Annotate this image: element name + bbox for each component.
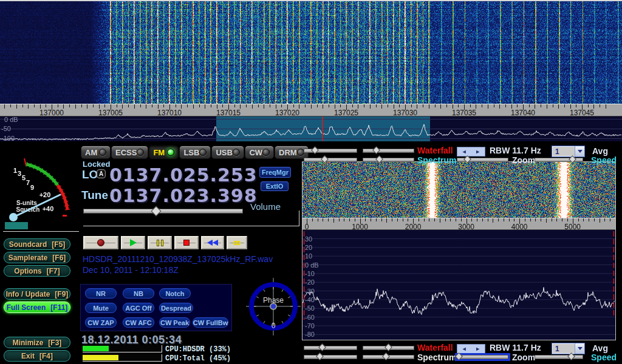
- dsp-button-cw-afc[interactable]: CW AFC: [123, 317, 154, 328]
- mode-button-am[interactable]: AM: [81, 146, 111, 159]
- frequency-tick: [69, 104, 70, 107]
- cpu-meter-label: CPU:HDSDR (33%): [165, 345, 231, 354]
- waterfall-contrast-slider-bottom[interactable]: [304, 346, 357, 350]
- s-meter: 1 3 5 7 9 +20 +40 S-units Squelch: [0, 147, 79, 227]
- waterfall-contrast-slider-bottom-thumb[interactable]: [318, 343, 326, 351]
- menu-button-samplerate[interactable]: Samplerate[F6]: [4, 252, 70, 263]
- spectrum-contrast-slider-top[interactable]: [304, 158, 357, 162]
- waterfall-scroll-arrows-top[interactable]: ◄►: [457, 147, 485, 157]
- audio-frequency-tick: [424, 218, 425, 221]
- waterfall-label-top[interactable]: Waterfall: [417, 146, 453, 155]
- dsp-button-cw-zap[interactable]: CW ZAP: [85, 317, 117, 328]
- dsp-button-cw-peak[interactable]: CW Peak: [159, 317, 190, 328]
- arrow-right-icon[interactable]: ►: [475, 149, 480, 155]
- waterfall-brightness-slider-bottom[interactable]: [363, 346, 414, 350]
- chevron-down-icon[interactable]: [575, 343, 584, 354]
- audio-frequency-tick: [429, 218, 429, 221]
- frequency-tick: [588, 104, 589, 107]
- spectrum-contrast-slider-bottom-thumb[interactable]: [316, 352, 324, 360]
- menu-button-label: Minimize: [13, 339, 44, 347]
- spectrum-brightness-slider-top-thumb[interactable]: [376, 155, 384, 163]
- audio-frequency-tick-label: 3000: [458, 223, 474, 230]
- menu-button-fkey: [F5]: [52, 240, 65, 249]
- waterfall-contrast-slider-top-thumb[interactable]: [311, 146, 319, 154]
- divider: [299, 211, 299, 226]
- squelch-marker[interactable]: [63, 215, 67, 217]
- volume-slider[interactable]: [83, 209, 243, 214]
- zoom-slider-top-thumb[interactable]: [464, 155, 472, 163]
- audio-frequency-tick: [445, 218, 446, 221]
- audio-waterfall[interactable]: [302, 162, 615, 218]
- mode-button-fm[interactable]: FM: [149, 146, 179, 159]
- dsp-button-notch[interactable]: Notch: [159, 288, 191, 298]
- dsp-button-mute[interactable]: Mute: [85, 303, 117, 313]
- menu-button-label: Info / Update: [6, 290, 50, 298]
- spectrum-brightness-slider-bottom-thumb[interactable]: [382, 352, 390, 360]
- play-button[interactable]: [121, 236, 145, 249]
- lo-auto-badge[interactable]: A: [97, 169, 106, 178]
- menu-button-soundcard[interactable]: Soundcard[F5]: [4, 238, 70, 250]
- tune-frequency-value[interactable]: 0137.023.398: [109, 185, 258, 206]
- spectrum-contrast-slider-top-thumb[interactable]: [321, 155, 329, 163]
- loop-button[interactable]: [227, 236, 247, 249]
- main-frequency-scale[interactable]: 1370001370051370101370151370201370251370…: [0, 104, 622, 116]
- dsp-button-agc-off[interactable]: AGC Off: [123, 303, 154, 313]
- freqmgr-button[interactable]: FreqMgr: [259, 167, 291, 178]
- smeter-label: 7: [26, 179, 30, 186]
- waterfall-label-bottom[interactable]: Waterfall: [417, 343, 453, 352]
- spectrum-label-top[interactable]: Spectrum: [417, 155, 457, 165]
- waterfall-contrast-slider-top[interactable]: [304, 149, 357, 153]
- spectrum-brightness-slider-bottom[interactable]: [363, 355, 414, 359]
- stop-button[interactable]: [174, 236, 199, 249]
- mode-button-ecss[interactable]: ECSS: [111, 146, 148, 159]
- menu-button-options[interactable]: Options[F7]: [4, 265, 70, 277]
- squelch-indicator[interactable]: [5, 222, 28, 229]
- audio-spectrum[interactable]: [302, 230, 615, 340]
- mode-button-lsb[interactable]: LSB: [179, 146, 211, 159]
- zoom-label-top: Zoom: [512, 155, 535, 165]
- waterfall-brightness-slider-top[interactable]: [363, 149, 414, 153]
- record-button[interactable]: [83, 236, 118, 249]
- speed-slider-top[interactable]: [535, 158, 583, 162]
- menu-button-info-update[interactable]: Info / Update[F9]: [4, 288, 70, 300]
- waterfall-scroll-arrows-bottom[interactable]: ◄►: [457, 344, 485, 354]
- dsp-button-nb[interactable]: NB: [123, 288, 154, 298]
- dsp-button-cw-fullbw[interactable]: CW FullBw: [193, 317, 228, 328]
- dsp-button-despread[interactable]: Despread: [159, 303, 193, 313]
- waterfall-brightness-slider-bottom-thumb[interactable]: [384, 343, 392, 351]
- pause-button[interactable]: [148, 236, 172, 249]
- spectrum-brightness-slider-top[interactable]: [363, 158, 414, 162]
- hdsdr-window: 1370001370051370101370151370201370251370…: [0, 0, 622, 364]
- audio-frequency-scale[interactable]: 010002000300040005000: [302, 218, 615, 230]
- arrow-right-icon[interactable]: ►: [475, 346, 480, 352]
- menu-button-minimize[interactable]: Minimize[F3]: [4, 337, 70, 348]
- main-waterfall[interactable]: [0, 1, 622, 104]
- volume-slider-thumb[interactable]: [151, 206, 162, 217]
- lo-frequency-value[interactable]: 0137.025.253: [109, 164, 258, 186]
- extio-button[interactable]: ExtIO: [261, 181, 289, 191]
- dsp-button-nr[interactable]: NR: [85, 288, 117, 298]
- phase-dial[interactable]: Phase 0: [245, 275, 301, 337]
- mode-button-usb[interactable]: USB: [211, 146, 244, 159]
- mode-button-cw[interactable]: CW: [245, 146, 274, 159]
- spectrum-contrast-slider-bottom[interactable]: [304, 355, 357, 359]
- audio-frequency-tick: [371, 218, 371, 221]
- main-spectrum[interactable]: [0, 116, 622, 141]
- zoom-slider-bottom[interactable]: [457, 355, 508, 359]
- avg-select-bottom[interactable]: 1: [552, 343, 585, 354]
- chevron-down-icon[interactable]: [575, 146, 584, 157]
- arrow-left-icon[interactable]: ◄: [462, 346, 467, 352]
- frequency-tick: [117, 104, 117, 107]
- menu-button-full-screen[interactable]: Full Screen[F11]: [4, 302, 70, 313]
- menu-button-exit[interactable]: Exit[F4]: [4, 350, 70, 362]
- arrow-left-icon[interactable]: ◄: [462, 149, 467, 155]
- avg-select-top[interactable]: 1: [552, 146, 585, 157]
- play-icon: [130, 239, 137, 246]
- audio-db-label: -40: [305, 296, 315, 303]
- waterfall-brightness-slider-top-thumb[interactable]: [373, 146, 381, 154]
- zoom-slider-top[interactable]: [457, 158, 508, 162]
- spectrum-label-bottom[interactable]: Spectrum: [417, 352, 457, 362]
- rewind-button[interactable]: [201, 236, 224, 249]
- speed-slider-bottom[interactable]: [535, 355, 583, 359]
- frequency-tick: [323, 104, 323, 109]
